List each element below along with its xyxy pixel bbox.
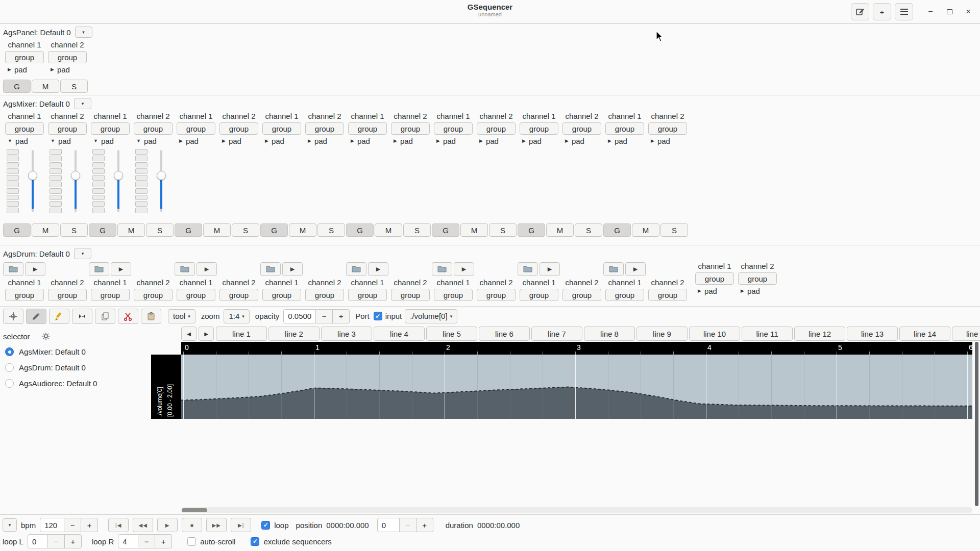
slider-knob[interactable] [114,171,123,180]
auto-scroll-checkbox[interactable]: ✓ [187,537,196,546]
play-button[interactable]: ▶ [111,262,131,276]
scroll-left-button[interactable]: ◀ [181,327,197,341]
open-button[interactable] [89,262,109,276]
open-button[interactable] [518,262,538,276]
position-tool-button[interactable] [3,309,23,324]
bpm-increment-button[interactable]: + [81,518,98,532]
machine-menu-button[interactable]: ▾ [74,248,91,259]
position-spin-value[interactable]: 0 [377,518,400,532]
play-button[interactable]: ▶ [625,262,646,276]
group-toggle-button[interactable]: G [3,223,31,237]
loop-right-increment-button[interactable]: + [155,534,172,548]
opacity-decrement-button[interactable]: − [316,309,333,323]
group-button[interactable]: group [562,122,601,135]
line-tab[interactable]: line 13 [847,327,898,341]
selector-menu-button[interactable] [38,330,54,343]
position-decrement-button[interactable]: − [400,518,416,532]
play-button[interactable]: ▶ [282,262,303,276]
volume-slider[interactable] [156,149,167,213]
pad-expander[interactable]: ▶pad [346,135,370,147]
group-button[interactable]: group [134,289,173,301]
line-tab[interactable]: line 15 [952,327,980,341]
pad-expander[interactable]: ▼pad [46,135,71,147]
add-machine-button[interactable]: + [873,3,891,20]
group-toggle-button[interactable]: G [175,223,202,237]
stop-button[interactable]: ■ [182,518,202,532]
bpm-decrement-button[interactable]: − [64,518,81,532]
pad-expander[interactable]: ▶pad [560,135,584,147]
port-dropdown[interactable]: ./volume[0] ▾ [405,309,457,323]
group-button[interactable]: group [562,289,601,301]
play-button[interactable]: ▶ [368,262,388,276]
tool-dropdown[interactable]: tool ▾ [168,309,195,323]
solo-toggle-button[interactable]: S [60,80,88,93]
mute-toggle-button[interactable]: M [117,223,145,237]
group-toggle-button[interactable]: G [518,223,545,237]
line-tab[interactable]: line 9 [636,327,688,341]
line-tab[interactable]: line 5 [426,327,477,341]
group-button[interactable]: group [348,122,387,135]
line-tab[interactable]: line 4 [374,327,425,341]
pad-expander[interactable]: ▶pad [646,135,670,147]
rewind-button[interactable]: ◀◀ [133,518,153,532]
group-button[interactable]: group [177,122,215,135]
line-tab[interactable]: line 1 [216,327,267,341]
mute-toggle-button[interactable]: M [375,223,402,237]
group-toggle-button[interactable]: G [260,223,288,237]
radio-icon[interactable] [5,379,14,388]
pad-expander[interactable]: ▼pad [132,135,157,147]
copy-button[interactable] [95,309,115,324]
loop-checkbox[interactable]: ✓ [261,521,270,530]
play-button[interactable]: ▶ [454,262,474,276]
group-button[interactable]: group [48,122,87,135]
playback-menu-button[interactable]: ▾ [3,518,17,532]
slider-knob[interactable] [157,171,166,180]
zoom-dropdown[interactable]: 1:4 ▾ [224,309,249,323]
group-button[interactable]: group [648,122,687,135]
group-button[interactable]: group [91,289,130,301]
pad-expander[interactable]: ▶ pad [736,285,760,297]
line-tab[interactable]: line 2 [268,327,320,341]
group-toggle-button[interactable]: G [346,223,374,237]
paste-button[interactable] [141,309,161,324]
line-tab[interactable]: line 7 [531,327,582,341]
group-button[interactable]: group [738,272,777,285]
opacity-value[interactable]: 0.0500 [283,309,316,323]
machine-menu-button[interactable]: ▾ [74,98,91,109]
play-button[interactable]: ▶ [197,262,217,276]
mute-toggle-button[interactable]: M [460,223,488,237]
fast-forward-button[interactable]: ▶▶ [206,518,227,532]
slider-knob[interactable] [28,171,37,180]
pad-expander[interactable]: ▶pad [475,135,499,147]
position-increment-button[interactable]: + [416,518,433,532]
group-button[interactable]: group [648,289,687,301]
jump-to-end-button[interactable]: ▶| [231,518,251,532]
loop-left-increment-button[interactable]: + [65,534,82,548]
group-button[interactable]: group [520,122,558,135]
solo-toggle-button[interactable]: S [575,223,602,237]
opacity-increment-button[interactable]: + [333,309,350,323]
group-button[interactable]: group [477,289,516,301]
minimize-button[interactable]: − [923,4,938,19]
line-tab[interactable]: line 3 [321,327,372,341]
loop-right-decrement-button[interactable]: − [138,534,155,548]
solo-toggle-button[interactable]: S [489,223,517,237]
group-button[interactable]: group [177,289,215,301]
selector-item-drum[interactable]: AgsDrum: Default 0 [3,360,151,375]
group-button[interactable]: group [5,289,44,301]
line-tab[interactable]: line 6 [479,327,530,341]
pad-expander[interactable]: ▶pad [432,135,456,147]
volume-slider[interactable] [70,149,81,213]
scrollbar-thumb[interactable] [975,342,978,506]
group-toggle-button[interactable]: G [603,223,631,237]
group-button[interactable]: group [520,289,558,301]
solo-toggle-button[interactable]: S [317,223,345,237]
pad-expander[interactable]: ▼pad [3,135,28,147]
close-button[interactable]: × [961,4,976,19]
group-button[interactable]: group [605,289,644,301]
open-button[interactable] [260,262,281,276]
compose-button[interactable] [851,3,869,20]
pad-expander[interactable]: ▶ pad [3,63,27,76]
open-button[interactable] [175,262,195,276]
play-button[interactable]: ▶ [157,518,178,532]
